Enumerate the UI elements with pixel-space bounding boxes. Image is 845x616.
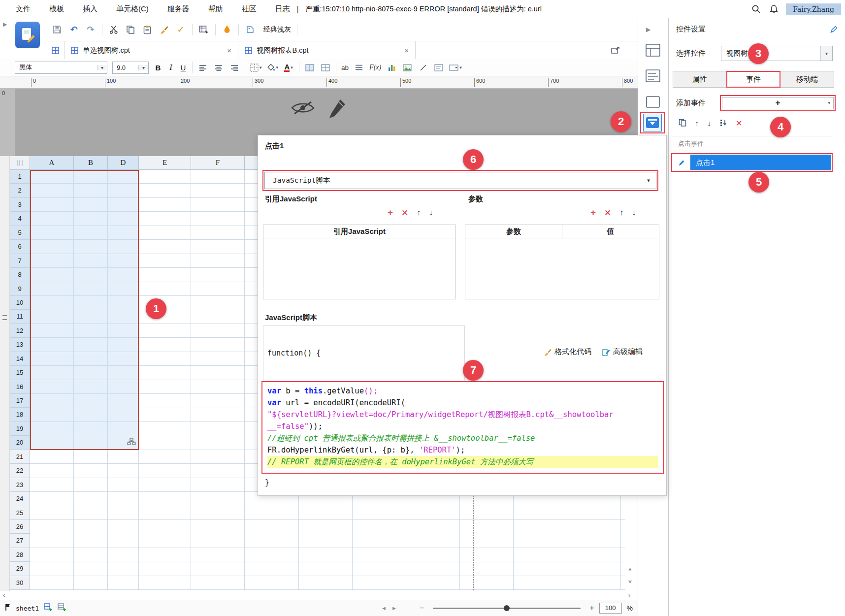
code-editor[interactable]: var b = this.getValue();var url = encode… [262, 382, 663, 471]
font-color-icon[interactable]: A▾ [283, 61, 294, 74]
scroll-left-icon[interactable]: ‹ [3, 591, 5, 599]
redo-icon[interactable]: ↷ [85, 23, 96, 36]
tab-移动端[interactable]: 移动端 [780, 71, 834, 88]
row-header[interactable]: 12 [10, 324, 30, 338]
row-header[interactable]: 9 [10, 282, 30, 296]
italic-button[interactable]: I [167, 63, 174, 72]
tab-事件[interactable]: 事件 [726, 71, 780, 88]
format-check-icon[interactable]: ✓ [175, 23, 186, 36]
row-header[interactable]: 7 [10, 254, 30, 268]
scroll-right-icon[interactable]: › [628, 591, 630, 599]
menu-item[interactable]: 单元格(C) [116, 4, 149, 14]
row-header[interactable]: 20 [10, 436, 30, 450]
font-size-select[interactable]: 9.0 ▾ [112, 62, 149, 74]
collapse-toolbar-icon[interactable]: ▶ [3, 21, 7, 28]
zoom-slider[interactable] [433, 608, 581, 609]
select-all-corner[interactable] [10, 156, 30, 170]
menu-item[interactable]: 模板 [49, 4, 64, 14]
close-tab-icon[interactable]: × [404, 46, 409, 55]
search-icon[interactable] [750, 2, 761, 16]
horizontal-scrollbar[interactable]: ‹ › [0, 591, 638, 600]
row-header[interactable]: 10 [10, 296, 30, 310]
delete-event-icon[interactable]: ✕ [736, 119, 742, 128]
chart-icon[interactable] [386, 61, 397, 74]
underline-button[interactable]: U [179, 64, 187, 72]
advanced-edit-button[interactable]: 高级编辑 [602, 347, 643, 357]
split-cells-icon[interactable] [320, 61, 331, 74]
copy-event-icon[interactable] [679, 119, 686, 128]
move-down-icon[interactable]: ↓ [429, 208, 433, 217]
row-header[interactable]: 5 [10, 226, 30, 240]
row-header[interactable]: 8 [10, 268, 30, 282]
add-aggregate-sheet-icon[interactable] [58, 603, 66, 613]
row-header[interactable]: 30 [10, 576, 30, 590]
textbox-icon[interactable] [433, 61, 444, 74]
fill-color-icon[interactable]: ▾ [267, 61, 279, 74]
flame-icon[interactable] [222, 23, 232, 36]
row-header[interactable]: 27 [10, 534, 30, 548]
cut-icon[interactable] [108, 23, 119, 36]
row-header[interactable]: 24 [10, 492, 30, 506]
move-down-icon[interactable]: ↓ [707, 119, 711, 128]
bold-button[interactable]: B [154, 64, 162, 72]
copy-icon[interactable] [125, 23, 136, 36]
row-header[interactable]: 16 [10, 380, 30, 394]
menu-item[interactable]: 服务器 [167, 4, 190, 14]
sheet-tab[interactable]: sheet1 [16, 605, 39, 612]
edit-event-pencil-icon[interactable] [673, 155, 690, 170]
tab-doc-1[interactable]: 单选视图树.cpt × [65, 41, 238, 59]
border-icon[interactable]: ▾ [250, 61, 262, 74]
event-item-click1[interactable]: 点击1 [690, 155, 831, 170]
theme-tag-icon[interactable] [245, 23, 256, 36]
move-up-icon[interactable]: ↑ [695, 119, 699, 128]
select-widget-dropdown[interactable]: 视图树 ▾ [721, 46, 833, 61]
pane-split-handle[interactable] [2, 315, 7, 320]
format-code-button[interactable]: 格式化代码 [544, 347, 591, 357]
menu-item[interactable]: 文件 [16, 4, 31, 14]
event-type-dropdown[interactable]: JavaScript脚本 ▾ [264, 172, 656, 189]
row-header[interactable]: 3 [10, 198, 30, 212]
panel-edit-pencil-icon[interactable] [830, 25, 838, 35]
save-icon[interactable] [52, 23, 63, 36]
tab-doc-2[interactable]: 视图树报表B.cpt × [238, 41, 416, 59]
hide-widget-icon[interactable] [291, 100, 315, 117]
formula-button[interactable]: F(x) [369, 64, 381, 71]
paste-icon[interactable] [142, 23, 153, 36]
float-window-icon[interactable] [611, 41, 620, 59]
widget-selection-region[interactable] [30, 170, 139, 450]
image-icon[interactable] [402, 61, 413, 74]
widget-combo-icon[interactable]: ▾ [449, 61, 462, 74]
expand-panel-icon[interactable]: ▶ [646, 26, 650, 33]
undo-icon[interactable]: ↶ [68, 23, 79, 36]
line-tool-icon[interactable] [418, 61, 428, 74]
row-header[interactable]: 19 [10, 422, 30, 436]
zoom-slider-thumb[interactable] [504, 605, 510, 611]
scroll-up-icon[interactable]: ˄ [628, 567, 632, 574]
menu-item[interactable]: 日志 [275, 4, 290, 14]
cell-element-pane-icon[interactable] [645, 43, 661, 59]
row-header[interactable]: 17 [10, 394, 30, 408]
align-left-icon[interactable] [197, 61, 208, 74]
text-tool-label[interactable]: ab [341, 64, 349, 71]
align-right-icon[interactable] [229, 61, 240, 74]
menu-item[interactable]: 社区 [242, 4, 257, 14]
row-header[interactable]: 13 [10, 338, 30, 352]
delete-icon[interactable]: ✕ [604, 208, 611, 218]
row-height-icon[interactable] [354, 61, 364, 74]
float-element-pane-icon[interactable] [645, 95, 661, 110]
row-header[interactable]: 22 [10, 464, 30, 478]
column-header[interactable]: F [191, 156, 245, 170]
move-up-icon[interactable]: ↑ [619, 208, 623, 217]
add-icon[interactable]: + [590, 207, 596, 218]
format-painter-icon[interactable] [159, 23, 169, 36]
cell-attribute-pane-icon[interactable] [645, 68, 661, 85]
page-next-icon[interactable]: ► [391, 605, 397, 611]
delete-icon[interactable]: ✕ [401, 208, 408, 218]
ref-js-table[interactable]: 引用JavaScript [263, 225, 456, 299]
merge-cells-icon[interactable] [304, 61, 315, 74]
sort-events-icon[interactable] [719, 119, 727, 128]
column-header[interactable]: B [74, 156, 108, 170]
menu-item[interactable]: 插入 [83, 4, 98, 14]
notification-bell-icon[interactable] [768, 2, 779, 16]
row-header[interactable]: 4 [10, 212, 30, 226]
